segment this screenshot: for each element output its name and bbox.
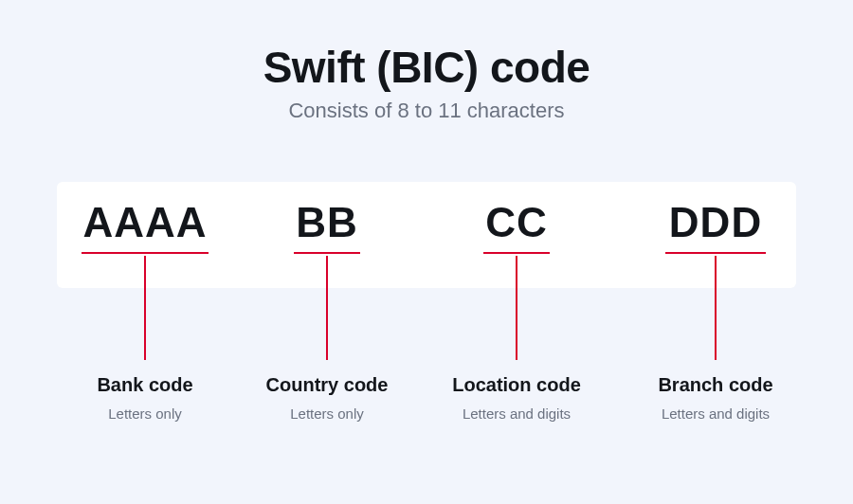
page-subtitle: Consists of 8 to 11 characters	[0, 99, 853, 123]
label-name: Country code	[246, 374, 408, 396]
label-desc: Letters and digits	[635, 405, 796, 422]
label-name: Location code	[436, 374, 597, 396]
segment-bank-chars: AAAA	[82, 199, 209, 254]
connector-line	[326, 256, 328, 360]
segment-country-label: Country code Letters only	[246, 374, 408, 422]
label-name: Branch code	[635, 374, 796, 396]
segment-location-label: Location code Letters and digits	[436, 374, 597, 422]
label-desc: Letters only	[64, 405, 226, 422]
segment-location-chars: CC	[483, 199, 550, 254]
page-title: Swift (BIC) code	[0, 42, 853, 93]
label-desc: Letters only	[246, 405, 408, 422]
segment-branch-chars: DDD	[665, 199, 766, 254]
segment-country-chars: BB	[294, 199, 360, 254]
label-desc: Letters and digits	[436, 405, 597, 422]
connector-line	[516, 256, 517, 360]
label-name: Bank code	[64, 374, 226, 396]
connector-line	[715, 256, 717, 360]
segment-bank-label: Bank code Letters only	[64, 374, 226, 422]
connector-line	[144, 256, 146, 360]
segment-branch-label: Branch code Letters and digits	[635, 374, 796, 422]
